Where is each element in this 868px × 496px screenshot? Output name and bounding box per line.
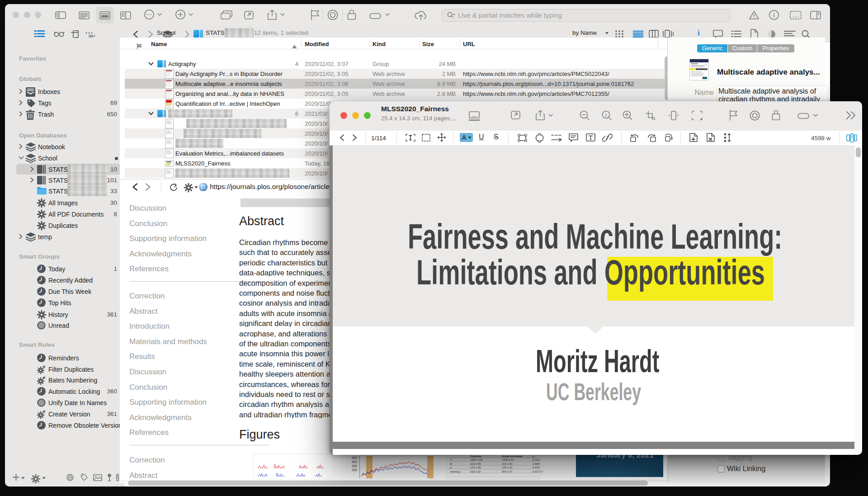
svg-text:99+: 99+ bbox=[89, 34, 95, 38]
svg-text:1: 1 bbox=[605, 112, 607, 117]
